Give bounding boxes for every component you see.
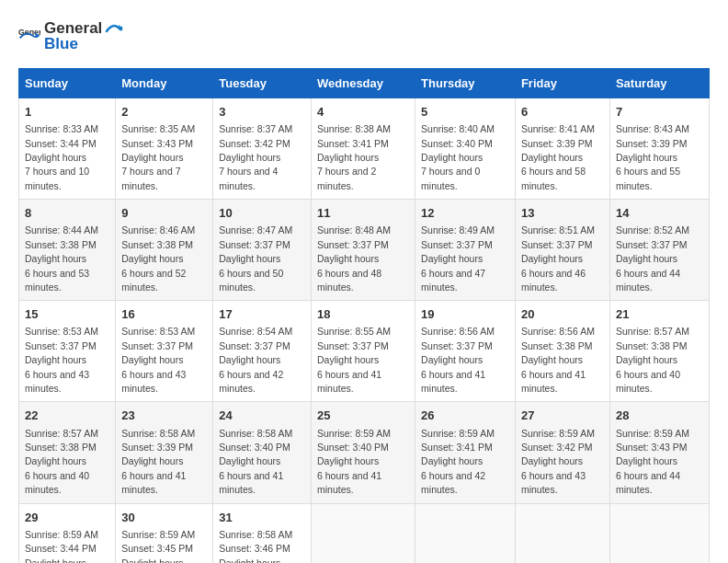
col-header-tuesday: Tuesday	[213, 69, 312, 98]
sunrise-text: Sunrise: 8:38 AM	[317, 123, 391, 134]
day-number: 14	[616, 205, 703, 222]
day-cell: 10Sunrise: 8:47 AMSunset: 3:37 PMDayligh…	[213, 200, 312, 301]
sunset-text: Sunset: 3:39 PM	[121, 442, 193, 453]
sunset-text: Sunset: 3:37 PM	[317, 340, 389, 351]
col-header-friday: Friday	[515, 69, 609, 98]
day-cell: 16Sunrise: 8:53 AMSunset: 3:37 PMDayligh…	[116, 301, 213, 402]
day-number: 23	[121, 408, 207, 424]
day-number: 22	[25, 408, 109, 424]
sunrise-text: Sunrise: 8:58 AM	[121, 428, 195, 439]
day-number: 27	[521, 408, 604, 424]
day-cell	[609, 503, 709, 563]
daylight-duration: 6 hours and 53 minutes.	[25, 268, 89, 293]
daylight-duration: 6 hours and 46 minutes.	[521, 268, 586, 293]
sunrise-text: Sunrise: 8:52 AM	[616, 224, 689, 236]
day-cell: 31Sunrise: 8:58 AMSunset: 3:46 PMDayligh…	[213, 503, 312, 563]
day-number: 1	[25, 104, 109, 121]
sunrise-text: Sunrise: 8:49 AM	[421, 224, 495, 236]
sunset-text: Sunset: 3:37 PM	[317, 239, 389, 250]
day-cell	[415, 503, 516, 563]
sunrise-text: Sunrise: 8:37 AM	[219, 123, 292, 134]
day-cell	[515, 503, 609, 563]
daylight-duration: 7 hours and 0 minutes.	[421, 166, 480, 190]
daylight-duration: 7 hours and 10 minutes.	[25, 166, 89, 190]
col-header-saturday: Saturday	[609, 69, 709, 98]
day-number: 6	[521, 104, 604, 121]
day-number: 26	[421, 408, 509, 424]
sunset-text: Sunset: 3:37 PM	[121, 340, 193, 351]
daylight-duration: 6 hours and 41 minutes.	[521, 369, 586, 394]
sunrise-text: Sunrise: 8:48 AM	[317, 224, 391, 236]
day-number: 24	[219, 408, 305, 424]
daylight-duration: 6 hours and 40 minutes.	[25, 470, 89, 495]
logo-icon: General	[18, 25, 40, 47]
col-header-thursday: Thursday	[415, 69, 516, 98]
daylight-duration: 6 hours and 41 minutes.	[317, 470, 381, 495]
daylight-text: Daylight hours	[219, 253, 280, 264]
day-number: 21	[616, 306, 703, 323]
sunset-text: Sunset: 3:43 PM	[616, 442, 688, 453]
day-cell: 22Sunrise: 8:57 AMSunset: 3:38 PMDayligh…	[19, 402, 116, 503]
sunrise-text: Sunrise: 8:54 AM	[219, 326, 292, 337]
sunrise-text: Sunrise: 8:35 AM	[121, 123, 195, 134]
sunrise-text: Sunrise: 8:55 AM	[317, 326, 391, 337]
day-number: 17	[219, 306, 305, 323]
day-cell: 14Sunrise: 8:52 AMSunset: 3:37 PMDayligh…	[609, 200, 709, 301]
day-number: 29	[25, 510, 109, 526]
daylight-text: Daylight hours	[317, 152, 379, 163]
day-cell: 20Sunrise: 8:56 AMSunset: 3:38 PMDayligh…	[515, 301, 609, 402]
sunset-text: Sunset: 3:38 PM	[616, 340, 688, 351]
sunset-text: Sunset: 3:41 PM	[317, 138, 389, 149]
day-cell: 11Sunrise: 8:48 AMSunset: 3:37 PMDayligh…	[312, 200, 415, 301]
day-cell	[312, 503, 415, 563]
day-cell: 13Sunrise: 8:51 AMSunset: 3:37 PMDayligh…	[515, 200, 609, 301]
daylight-text: Daylight hours	[421, 455, 483, 466]
sunrise-text: Sunrise: 8:57 AM	[616, 326, 689, 337]
sunrise-text: Sunrise: 8:40 AM	[421, 123, 495, 134]
daylight-text: Daylight hours	[25, 152, 86, 163]
daylight-text: Daylight hours	[25, 455, 86, 466]
daylight-text: Daylight hours	[616, 253, 677, 264]
daylight-text: Daylight hours	[219, 152, 280, 163]
day-cell: 2Sunrise: 8:35 AMSunset: 3:43 PMDaylight…	[116, 98, 213, 200]
daylight-text: Daylight hours	[616, 354, 677, 365]
day-cell: 3Sunrise: 8:37 AMSunset: 3:42 PMDaylight…	[213, 98, 312, 200]
week-row-3: 15Sunrise: 8:53 AMSunset: 3:37 PMDayligh…	[19, 301, 710, 402]
sunrise-text: Sunrise: 8:47 AM	[219, 224, 292, 236]
day-cell: 15Sunrise: 8:53 AMSunset: 3:37 PMDayligh…	[19, 301, 116, 402]
day-number: 2	[121, 104, 207, 121]
sunset-text: Sunset: 3:44 PM	[25, 138, 97, 149]
daylight-text: Daylight hours	[219, 354, 280, 365]
daylight-text: Daylight hours	[317, 253, 379, 264]
sunset-text: Sunset: 3:43 PM	[121, 138, 193, 149]
sunset-text: Sunset: 3:37 PM	[219, 239, 290, 250]
daylight-text: Daylight hours	[521, 152, 583, 163]
sunset-text: Sunset: 3:37 PM	[616, 239, 688, 250]
daylight-text: Daylight hours	[219, 557, 280, 563]
day-number: 19	[421, 306, 509, 323]
day-cell: 17Sunrise: 8:54 AMSunset: 3:37 PMDayligh…	[213, 301, 312, 402]
col-header-monday: Monday	[116, 69, 213, 98]
col-header-wednesday: Wednesday	[312, 69, 415, 98]
daylight-duration: 7 hours and 4 minutes.	[219, 166, 278, 190]
day-number: 16	[121, 306, 207, 323]
daylight-duration: 6 hours and 58 minutes.	[521, 166, 586, 190]
day-cell: 12Sunrise: 8:49 AMSunset: 3:37 PMDayligh…	[415, 200, 516, 301]
sunrise-text: Sunrise: 8:44 AM	[25, 224, 98, 236]
daylight-text: Daylight hours	[521, 455, 583, 466]
day-cell: 28Sunrise: 8:59 AMSunset: 3:43 PMDayligh…	[609, 402, 709, 503]
day-cell: 9Sunrise: 8:46 AMSunset: 3:38 PMDaylight…	[116, 200, 213, 301]
day-number: 9	[121, 205, 207, 222]
daylight-duration: 6 hours and 42 minutes.	[219, 369, 283, 394]
col-header-sunday: Sunday	[19, 69, 116, 98]
week-row-5: 29Sunrise: 8:59 AMSunset: 3:44 PMDayligh…	[19, 503, 710, 563]
daylight-text: Daylight hours	[25, 354, 86, 365]
sunset-text: Sunset: 3:37 PM	[25, 340, 97, 351]
sunrise-text: Sunrise: 8:43 AM	[616, 123, 689, 134]
sunrise-text: Sunrise: 8:53 AM	[121, 326, 195, 337]
sunrise-text: Sunrise: 8:53 AM	[25, 326, 98, 337]
day-number: 28	[616, 408, 703, 424]
day-cell: 5Sunrise: 8:40 AMSunset: 3:40 PMDaylight…	[415, 98, 516, 200]
sunset-text: Sunset: 3:44 PM	[25, 543, 97, 554]
daylight-duration: 6 hours and 41 minutes.	[219, 470, 283, 495]
